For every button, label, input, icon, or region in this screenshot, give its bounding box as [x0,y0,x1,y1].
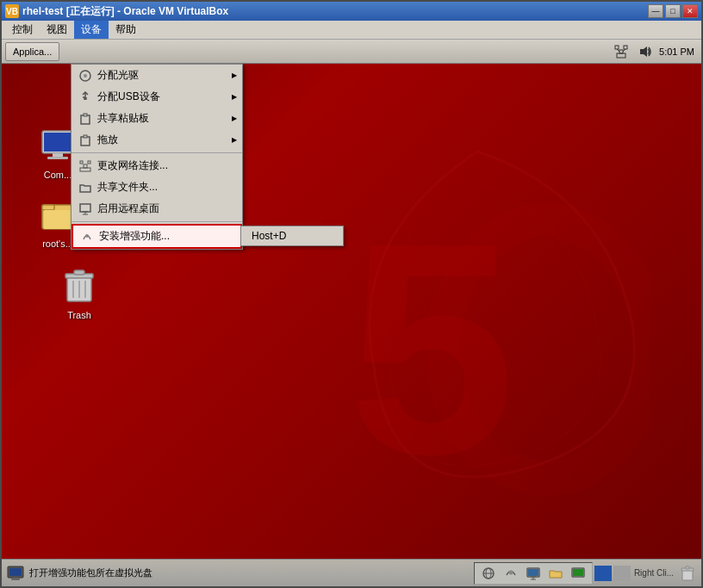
menu-optical-drive[interactable]: 分配光驱 [72,65,242,86]
shared-folders-label: 共享文件夹... [97,180,158,195]
menu-devices[interactable]: 设备 [74,21,109,39]
svg-rect-10 [44,133,72,152]
svg-rect-52 [682,570,693,580]
taskbar-app-button[interactable]: Applica... [5,42,59,61]
title-bar: VB rhel-test [正在运行] - Oracle VM VirtualB… [2,2,701,21]
clipboard-icon [78,112,92,126]
tray-folder-icon[interactable] [545,563,566,584]
menu-bar: 控制 视图 设备 帮助 [2,21,701,40]
status-text: 打开增强功能包所在虚拟光盘 [29,566,152,579]
svg-rect-32 [80,204,90,212]
network-menu-icon [78,159,92,173]
menu-usb-devices[interactable]: 分配USB设备 [72,86,242,108]
svg-rect-25 [84,114,87,116]
svg-rect-46 [528,569,538,576]
menu-shared-clipboard[interactable]: 共享粘贴板 [72,108,242,129]
install-shortcut-label: Host+D [252,230,286,242]
clipboard-label: 共享粘贴板 [97,111,149,126]
svg-rect-2 [617,53,625,58]
separator-2 [72,221,242,222]
tray-display-icon[interactable] [568,563,588,584]
remote-desktop-icon [78,202,92,216]
svg-rect-15 [44,210,72,229]
svg-rect-29 [84,164,87,168]
dragdrop-icon [78,133,92,147]
trash-desktop-icon[interactable]: Trash [49,262,109,324]
dragdrop-label: 拖放 [97,133,118,147]
resize-indicator-blue [594,566,612,581]
svg-rect-28 [80,168,90,171]
network-tray-icon[interactable] [611,41,631,62]
menu-network[interactable]: 更改网络连接... [72,155,242,176]
menu-dragdrop[interactable]: 拖放 [72,129,242,151]
svg-rect-5 [624,46,627,49]
vm-display: 5 Applica... [2,40,701,586]
computer-icon-label: Com... [44,170,72,180]
title-bar-left: VB rhel-test [正在运行] - Oracle VM VirtualB… [5,4,228,19]
bottom-status-area: 打开增强功能包所在虚拟光盘 [5,563,474,584]
svg-rect-51 [573,569,583,576]
tray-trash-icon[interactable] [677,563,698,584]
taskbar-right: 5:01 PM [604,41,701,62]
minimize-button[interactable]: — [648,4,663,18]
svg-point-23 [84,74,87,77]
svg-rect-18 [74,270,84,275]
install-icon [80,230,94,244]
optical-drive-label: 分配光驱 [97,68,139,83]
svg-rect-27 [84,135,87,138]
taskbar-left: Applica... [2,42,604,61]
bottom-tray: Right Cli... [474,562,698,585]
vm-bottom-taskbar: 打开增强功能包所在虚拟光盘 [2,559,701,586]
svg-rect-54 [686,566,689,569]
app-icon: VB [5,4,19,18]
tray-globe-icon[interactable] [478,563,499,584]
svg-rect-30 [80,161,83,164]
maximize-button[interactable]: □ [665,4,681,18]
menu-remote-desktop[interactable]: 启用远程桌面 [72,198,242,220]
svg-rect-11 [53,153,63,157]
vm-taskbar: Applica... [2,40,701,64]
tray-computer-icon[interactable] [523,563,544,584]
resize-indicator-gray [613,566,631,581]
virtualbox-window: VB rhel-test [正在运行] - Oracle VM VirtualB… [0,0,703,588]
rhel-logo-decoration: 5 [305,108,650,539]
svg-point-44 [508,570,513,574]
right-click-label: Right Cli... [632,568,675,578]
trash-icon-label: Trash [67,310,91,320]
sound-tray-icon[interactable] [635,41,656,62]
menu-view[interactable]: 视图 [40,21,74,39]
menu-shared-folders[interactable]: 共享文件夹... [72,176,242,198]
svg-rect-38 [9,568,22,576]
close-button[interactable]: ✕ [682,4,698,18]
svg-rect-4 [615,46,619,49]
window-title: rhel-test [正在运行] - Oracle VM VirtualBox [22,4,228,19]
tray-settings-icon[interactable] [501,563,521,584]
svg-marker-8 [640,46,647,57]
network-label: 更改网络连接... [97,158,168,173]
vm-status-icon[interactable] [5,563,26,584]
system-tray [474,562,593,585]
menu-control[interactable]: 控制 [5,21,40,39]
clock-display: 5:01 PM [659,46,694,57]
usb-label: 分配USB设备 [97,90,160,104]
svg-rect-12 [47,157,68,159]
separator-1 [72,152,242,153]
svg-rect-14 [42,205,54,210]
rootdesktop-icon-label: root's... [42,238,73,249]
menu-install-guest-additions[interactable]: 安装增强功能... Host+D [72,224,242,249]
install-shortcut-item[interactable]: Host+D [241,226,343,245]
svg-rect-3 [619,50,623,53]
optical-drive-icon [78,69,92,83]
svg-rect-31 [88,161,90,164]
remote-desktop-label: 启用远程桌面 [97,201,159,216]
window-controls: — □ ✕ [648,4,698,18]
folder-icon [78,181,92,195]
menu-help[interactable]: 帮助 [109,21,143,39]
devices-dropdown-menu: 分配光驱 分配USB设备 共享粘贴板 拖放 [71,64,243,250]
install-submenu: Host+D [240,226,344,246]
install-label: 安装增强功能... [99,229,170,244]
trash-icon-image [59,265,100,306]
svg-rect-40 [11,578,20,580]
usb-icon [78,90,92,104]
svg-point-36 [85,234,89,238]
